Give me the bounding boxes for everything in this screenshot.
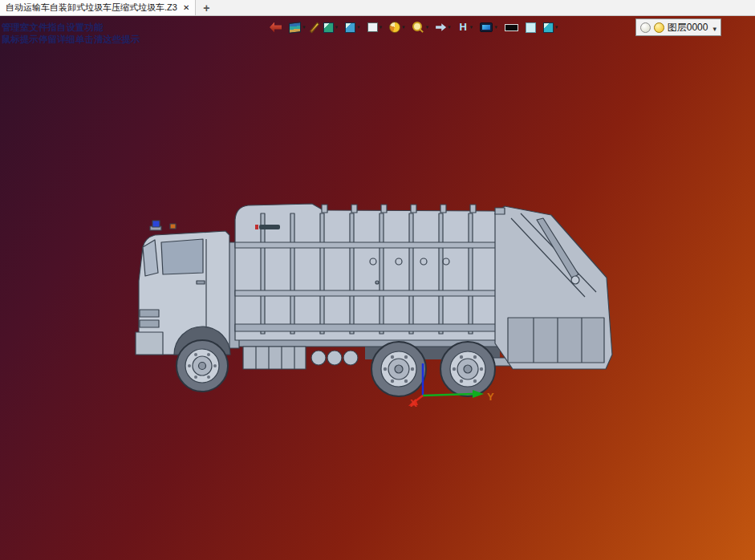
magnifier-icon [412,22,424,34]
books-icon [289,22,301,34]
cyan-square-icon [526,22,536,33]
datum-h-icon[interactable] [458,19,473,35]
extrude-cube-icon[interactable] [323,19,339,35]
tab-bar: 自动运输车自装卸式垃圾车压缩式垃圾车.Z3 ✕ + [0,0,755,16]
cyan-cube-icon [345,22,355,33]
h-glyph-icon [458,22,469,33]
y-axis-arrowhead [473,390,484,398]
application-window: 自动运输车自装卸式垃圾车压缩式垃圾车.Z3 ✕ + 管理室文件指自设置功能 鼠标… [0,0,755,560]
close-tab-icon[interactable]: ✕ [183,3,189,12]
layer-on-bulb-icon [654,22,664,33]
layer-selector[interactable]: 图层0000 [635,18,721,36]
coordinate-triad: X Y [365,354,534,408]
section-pie-icon[interactable] [389,19,405,35]
wireframe-box-icon[interactable] [367,19,383,35]
stylus-icon[interactable] [313,19,316,35]
arrow-icon [436,22,446,32]
white-box-icon [367,22,378,32]
viewport[interactable]: 管理室文件指自设置功能 鼠标提示停留详细单击清这些提示 图层0000 [0,16,755,560]
exit-arrow-icon [270,22,282,33]
document-tab-title: 自动运输车自装卸式垃圾车压缩式垃圾车.Z3 [6,2,177,14]
hint-line-2: 鼠标提示停留详细单击清这些提示 [2,34,140,46]
library-books-icon[interactable] [289,19,306,35]
green-cube-icon [323,22,334,33]
exit-icon[interactable] [270,19,282,35]
document-tab[interactable]: 自动运输车自装卸式垃圾车压缩式垃圾车.Z3 ✕ [0,0,196,15]
render-options-icon[interactable] [412,19,429,35]
new-tab-button[interactable]: + [196,0,217,15]
teal-cube-icon [543,22,554,33]
hint-text: 管理室文件指自设置功能 鼠标提示停留详细单击清这些提示 [2,22,140,46]
layer-name: 图层0000 [668,21,708,34]
move-cube-icon[interactable] [345,19,360,35]
face-color-icon[interactable] [526,19,536,35]
shaded-cube-icon[interactable] [543,19,558,35]
y-axis [423,394,473,396]
pie-icon [389,22,400,33]
x-axis-label: X [410,397,417,408]
y-axis-label: Y [487,391,494,403]
black-swatch-icon [505,24,518,31]
pen-icon [309,22,319,33]
hint-line-1: 管理室文件指自设置功能 [2,22,140,34]
monitor-icon [480,22,493,32]
toolbar: 图层0000 [270,18,721,37]
visibility-bulb-icon[interactable] [640,22,651,33]
direction-arrow-icon[interactable] [436,19,451,35]
layer-dropdown-caret-icon[interactable] [711,20,716,34]
appearance-black-icon[interactable] [505,19,518,35]
display-monitor-icon[interactable] [480,19,497,35]
